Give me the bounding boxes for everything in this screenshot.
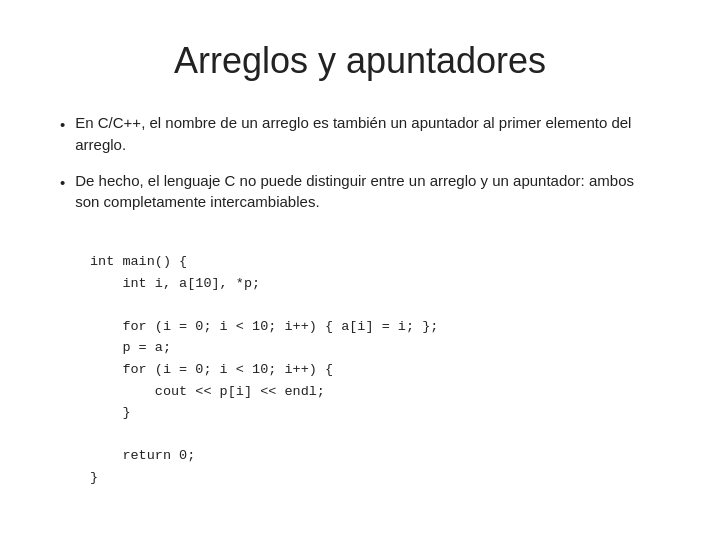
slide: Arreglos y apuntadores • En C/C++, el no… (0, 0, 720, 540)
bullet-text-2: De hecho, el lenguaje C no puede disting… (75, 170, 660, 214)
slide-title: Arreglos y apuntadores (60, 40, 660, 82)
code-block: int main() { int i, a[10], *p; for (i = … (90, 251, 660, 489)
bullet-list: • En C/C++, el nombre de un arreglo es t… (60, 112, 660, 227)
bullet-dot-1: • (60, 114, 65, 136)
bullet-item-2: • De hecho, el lenguaje C no puede disti… (60, 170, 660, 214)
bullet-dot-2: • (60, 172, 65, 194)
bullet-text-1: En C/C++, el nombre de un arreglo es tam… (75, 112, 660, 156)
bullet-item-1: • En C/C++, el nombre de un arreglo es t… (60, 112, 660, 156)
